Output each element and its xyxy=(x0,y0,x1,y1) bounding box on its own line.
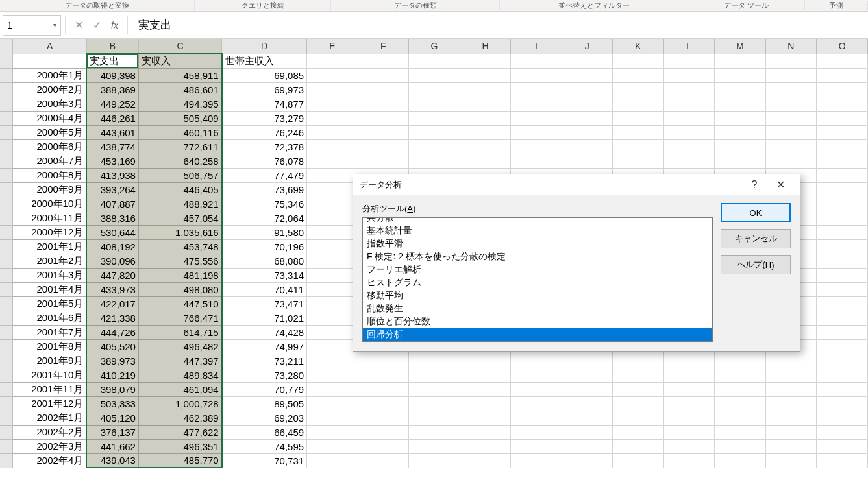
cell[interactable]: 2001年5月 xyxy=(13,296,86,311)
select-all-corner[interactable] xyxy=(0,39,13,54)
cell[interactable] xyxy=(307,82,358,97)
row-header[interactable] xyxy=(0,268,13,282)
cell[interactable] xyxy=(358,97,408,111)
cell[interactable] xyxy=(663,354,714,368)
cell[interactable] xyxy=(460,354,511,368)
cell[interactable]: 498,080 xyxy=(138,282,221,296)
cell[interactable]: 481,198 xyxy=(138,268,221,282)
cell[interactable] xyxy=(511,425,562,439)
cell[interactable]: 766,471 xyxy=(138,311,221,325)
row-header[interactable] xyxy=(0,125,13,139)
cell[interactable]: 70,411 xyxy=(222,282,307,296)
cell[interactable] xyxy=(307,254,358,268)
cell[interactable]: 443,601 xyxy=(86,125,138,139)
cell[interactable] xyxy=(817,439,868,453)
cell[interactable]: 475,556 xyxy=(138,254,221,268)
cell[interactable]: 74,595 xyxy=(222,439,307,453)
cell[interactable] xyxy=(409,68,460,82)
row-header[interactable] xyxy=(0,439,13,453)
cell[interactable]: 74,428 xyxy=(222,325,307,339)
cell[interactable] xyxy=(511,154,562,168)
cell[interactable]: 640,258 xyxy=(138,154,221,168)
row-header[interactable] xyxy=(0,54,13,68)
column-header-k[interactable]: K xyxy=(613,39,664,54)
cell[interactable]: 2000年6月 xyxy=(13,139,86,154)
cell[interactable]: 70,731 xyxy=(222,453,307,468)
cell[interactable]: 73,211 xyxy=(222,354,307,368)
cell[interactable] xyxy=(613,425,664,439)
cell[interactable]: 73,314 xyxy=(222,268,307,282)
cell[interactable]: 393,264 xyxy=(86,182,138,197)
cell[interactable] xyxy=(765,411,817,425)
name-box[interactable]: 1 ▾ xyxy=(3,15,61,36)
cell[interactable]: 446,405 xyxy=(138,182,221,197)
cell[interactable]: 2000年9月 xyxy=(13,182,86,197)
column-header-f[interactable]: F xyxy=(358,39,408,54)
cell[interactable]: 506,757 xyxy=(138,168,221,182)
cell[interactable] xyxy=(307,439,358,453)
cell[interactable]: 2001年10月 xyxy=(13,368,86,382)
cell[interactable]: 488,921 xyxy=(138,197,221,211)
cell[interactable] xyxy=(511,439,562,453)
row-header[interactable] xyxy=(0,239,13,254)
column-header-d[interactable]: D xyxy=(222,39,307,54)
cell[interactable] xyxy=(409,453,460,468)
list-item[interactable]: フーリエ解析 xyxy=(363,263,712,276)
cell[interactable]: 457,054 xyxy=(138,211,221,225)
cell[interactable] xyxy=(817,182,868,197)
list-item[interactable]: 移動平均 xyxy=(363,289,712,302)
cell[interactable] xyxy=(817,97,868,111)
cell[interactable]: 1,000,728 xyxy=(138,396,221,411)
cell[interactable]: 73,280 xyxy=(222,368,307,382)
cell[interactable] xyxy=(511,411,562,425)
cell[interactable] xyxy=(663,425,714,439)
cell[interactable] xyxy=(714,439,765,453)
cell[interactable] xyxy=(714,396,765,411)
cell[interactable]: 389,973 xyxy=(86,354,138,368)
cell[interactable] xyxy=(409,82,460,97)
cell[interactable] xyxy=(817,296,868,311)
cell[interactable] xyxy=(511,382,562,396)
cell[interactable] xyxy=(358,439,408,453)
cell[interactable] xyxy=(663,111,714,125)
cell[interactable] xyxy=(511,111,562,125)
cell[interactable]: 496,482 xyxy=(138,339,221,354)
cell[interactable] xyxy=(307,197,358,211)
cell[interactable]: 486,601 xyxy=(138,82,221,97)
cell[interactable] xyxy=(817,54,868,68)
cell[interactable] xyxy=(307,239,358,254)
cell[interactable] xyxy=(460,97,511,111)
cell[interactable] xyxy=(307,97,358,111)
cell[interactable] xyxy=(663,154,714,168)
cell[interactable] xyxy=(460,154,511,168)
list-item[interactable]: 乱数発生 xyxy=(363,302,712,315)
cell[interactable] xyxy=(817,325,868,339)
row-header[interactable] xyxy=(0,411,13,425)
cell[interactable] xyxy=(307,168,358,182)
cell[interactable]: 2001年12月 xyxy=(13,396,86,411)
cell[interactable] xyxy=(409,411,460,425)
cell[interactable]: 441,662 xyxy=(86,439,138,453)
analysis-tools-listbox[interactable]: 共分散基本統計量指数平滑F 検定: 2 標本を使った分散の検定フーリエ解析ヒスト… xyxy=(362,217,713,342)
cell[interactable] xyxy=(358,139,408,154)
cell[interactable] xyxy=(358,368,408,382)
cell[interactable]: 2002年4月 xyxy=(13,453,86,468)
row-header[interactable] xyxy=(0,296,13,311)
cell[interactable] xyxy=(817,339,868,354)
cell[interactable] xyxy=(562,54,612,68)
row-header[interactable] xyxy=(0,197,13,211)
cell[interactable] xyxy=(409,154,460,168)
cell[interactable] xyxy=(562,82,612,97)
cell[interactable] xyxy=(663,139,714,154)
cell[interactable] xyxy=(613,68,664,82)
row-header[interactable] xyxy=(0,97,13,111)
cell[interactable] xyxy=(358,82,408,97)
cell[interactable] xyxy=(409,54,460,68)
cell[interactable]: 66,459 xyxy=(222,425,307,439)
fx-icon[interactable]: fx xyxy=(106,20,123,30)
cell[interactable] xyxy=(13,54,86,68)
cell[interactable] xyxy=(817,396,868,411)
cell[interactable]: 2000年10月 xyxy=(13,197,86,211)
row-header[interactable] xyxy=(0,325,13,339)
cell[interactable]: 2001年6月 xyxy=(13,311,86,325)
